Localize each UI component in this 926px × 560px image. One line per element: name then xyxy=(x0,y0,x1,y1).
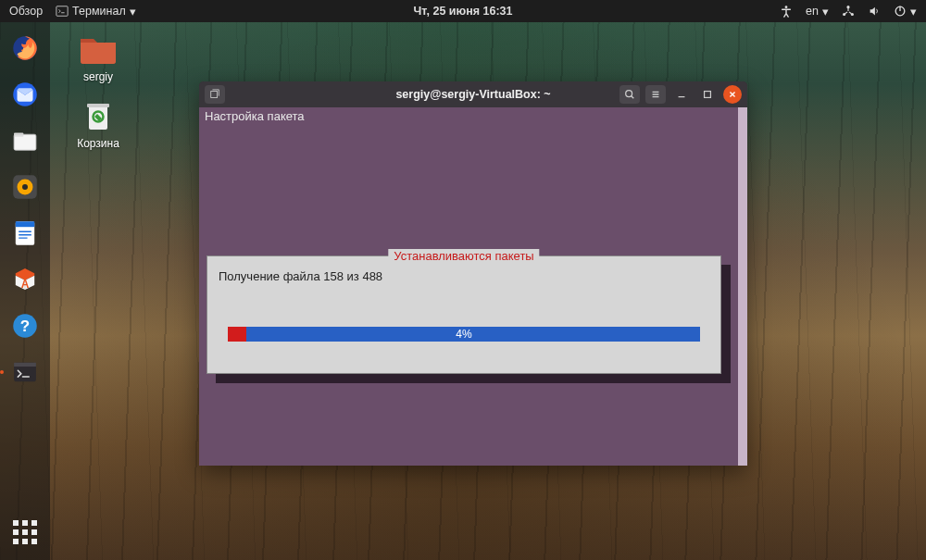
menu-button[interactable] xyxy=(645,85,666,104)
dock-help[interactable]: ? xyxy=(6,307,44,344)
svg-point-1 xyxy=(785,6,788,8)
svg-point-14 xyxy=(22,184,28,190)
dock-software[interactable]: A xyxy=(6,261,44,298)
svg-rect-20 xyxy=(14,363,36,367)
home-folder-label: sergiy xyxy=(70,70,126,83)
language-label: en xyxy=(806,5,819,18)
show-applications[interactable] xyxy=(6,514,44,551)
chevron-down-icon: ▾ xyxy=(130,5,136,19)
terminal-header-line: Настройка пакета xyxy=(199,107,747,125)
svg-rect-22 xyxy=(87,104,109,107)
package-dialog: Устанавливаются пакеты Получение файла 1… xyxy=(206,255,721,374)
folder-icon xyxy=(78,30,119,67)
svg-rect-31 xyxy=(705,92,711,98)
maximize-button[interactable] xyxy=(697,85,718,104)
new-tab-button[interactable] xyxy=(205,85,225,104)
svg-rect-0 xyxy=(56,6,68,17)
close-button[interactable] xyxy=(723,85,742,104)
svg-line-26 xyxy=(632,96,634,99)
clock[interactable]: Чт, 25 июня 16:31 xyxy=(414,5,513,18)
trash[interactable]: Корзина xyxy=(70,96,126,150)
app-menu-label: Терминал xyxy=(72,5,126,18)
accessibility-icon[interactable] xyxy=(780,5,793,18)
activities-button[interactable]: Обзор xyxy=(9,5,43,18)
trash-label: Корзина xyxy=(70,137,126,150)
top-bar: Обзор Терминал ▾ Чт, 25 июня 16:31 en ▾ … xyxy=(0,0,926,22)
window-title: sergiy@sergiy-VirtualBox: ~ xyxy=(395,88,550,101)
dock-thunderbird[interactable] xyxy=(6,76,44,113)
search-button[interactable] xyxy=(619,85,640,104)
chevron-down-icon: ▾ xyxy=(822,5,829,19)
svg-point-2 xyxy=(846,6,849,8)
chevron-down-icon: ▾ xyxy=(910,5,917,19)
titlebar[interactable]: sergiy@sergiy-VirtualBox: ~ xyxy=(199,81,747,107)
dialog-title: Устанавливаются пакеты xyxy=(388,249,539,263)
svg-point-25 xyxy=(626,91,632,97)
app-menu[interactable]: Терминал ▾ xyxy=(56,5,136,19)
dock-rhythmbox[interactable] xyxy=(6,168,44,205)
dock-files[interactable] xyxy=(6,122,44,159)
dock-writer[interactable] xyxy=(6,215,44,252)
power-icon[interactable]: ▾ xyxy=(894,5,917,19)
dock-terminal[interactable] xyxy=(6,354,44,391)
dock-firefox[interactable] xyxy=(6,30,44,67)
terminal-icon xyxy=(56,5,69,18)
svg-text:A: A xyxy=(21,278,30,291)
trash-icon xyxy=(78,96,119,133)
progress-percent: 4% xyxy=(207,327,720,342)
volume-icon[interactable] xyxy=(868,5,881,18)
minimize-button[interactable] xyxy=(671,85,692,104)
terminal-body[interactable]: Настройка пакета Устанавливаются пакеты … xyxy=(199,107,747,466)
scrollbar[interactable] xyxy=(738,107,747,466)
desktop-icons: sergiy Корзина xyxy=(70,30,126,163)
svg-text:?: ? xyxy=(20,317,30,335)
terminal-window: sergiy@sergiy-VirtualBox: ~ Настройка па… xyxy=(199,81,747,466)
home-folder[interactable]: sergiy xyxy=(70,30,126,83)
language-indicator[interactable]: en ▾ xyxy=(806,5,829,19)
dock: A ? xyxy=(0,22,50,560)
network-icon[interactable] xyxy=(842,5,855,18)
svg-rect-24 xyxy=(211,92,218,98)
